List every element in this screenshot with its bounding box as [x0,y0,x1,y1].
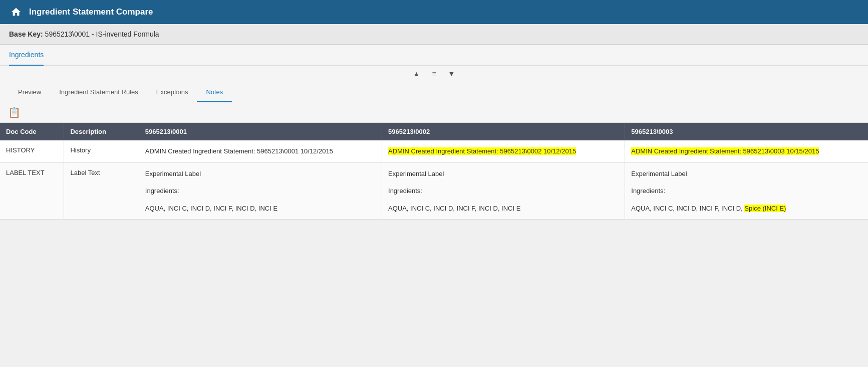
col-header-v3: 5965213\0003 [625,123,868,140]
cell-v3-line2: Ingredients: [631,187,665,195]
base-key-value: 5965213\0001 - IS-invented Formula [45,30,159,38]
cell-v3: Experimental Label Ingredients: AQUA, IN… [625,162,868,220]
tab-ingredients[interactable]: Ingredients [9,45,44,66]
table-row: HISTORY History ADMIN Created Ingredient… [0,140,868,162]
cell-v2: ADMIN Created Ingredient Statement: 5965… [382,140,625,162]
cell-v1: ADMIN Created Ingredient Statement: 5965… [139,140,382,162]
cell-v2-line1: Experimental Label [388,170,444,177]
cell-v2-line2: Ingredients: [388,187,422,195]
cell-v2: Experimental Label Ingredients: AQUA, IN… [382,162,625,220]
notes-table: Doc Code Description 5965213\0001 596521… [0,123,868,220]
cell-v2-line3: AQUA, INCI C, INCI D, INCI F, INCI D, IN… [388,205,520,212]
sub-tab-bar: Preview Ingredient Statement Rules Excep… [0,82,868,102]
tab-exceptions[interactable]: Exceptions [147,82,197,102]
base-key-bar: Base Key: 5965213\0001 - IS-invented For… [0,24,868,45]
cell-doc-code: HISTORY [0,140,64,162]
cell-v1-line3: AQUA, INCI C, INCI D, INCI F, INCI D, IN… [145,205,277,212]
col-header-v1: 5965213\0001 [139,123,382,140]
col-header-v2: 5965213\0002 [382,123,625,140]
cell-v3-highlight: Spice (INCI E) [744,205,786,212]
cell-description: Label Text [64,162,139,220]
app-header: Ingredient Statement Compare [0,0,868,24]
cell-v3: ADMIN Created Ingredient Statement: 5965… [625,140,868,162]
cell-description: History [64,140,139,162]
cell-v2-text: ADMIN Created Ingredient Statement: 5965… [388,147,576,155]
cell-v1-line2: Ingredients: [145,187,179,195]
cell-doc-code: LABEL TEXT [0,162,64,220]
tab-ingredient-statement-rules[interactable]: Ingredient Statement Rules [50,82,147,102]
page-title: Ingredient Statement Compare [29,7,153,17]
notes-table-container: Doc Code Description 5965213\0001 596521… [0,123,868,220]
scroll-down-button[interactable]: ▼ [446,69,457,79]
cell-v1: Experimental Label Ingredients: AQUA, IN… [139,162,382,220]
home-icon[interactable] [9,5,23,19]
table-header-row: Doc Code Description 5965213\0001 596521… [0,123,868,140]
table-row: LABEL TEXT Label Text Experimental Label… [0,162,868,220]
cell-v3-text: ADMIN Created Ingredient Statement: 5965… [631,147,819,155]
base-key-label: Base Key: [9,30,43,38]
cell-v3-line3: AQUA, INCI C, INCI D, INCI F, INCI D, [631,205,744,212]
toolbar: 📋 [0,102,868,123]
tab-preview[interactable]: Preview [9,82,50,102]
cell-v3-line1: Experimental Label [631,170,687,177]
controls-row: ▲ ≡ ▼ [0,66,868,82]
scroll-middle-button[interactable]: ≡ [430,69,438,79]
ingredients-tab-container: Ingredients [0,45,868,66]
col-header-description: Description [64,123,139,140]
col-header-doc-code: Doc Code [0,123,64,140]
cell-v1-line1: Experimental Label [145,170,201,177]
tab-notes[interactable]: Notes [197,82,232,102]
export-icon[interactable]: 📋 [8,107,21,118]
scroll-up-button[interactable]: ▲ [411,69,422,79]
cell-v1-text: ADMIN Created Ingredient Statement: 5965… [145,147,333,155]
